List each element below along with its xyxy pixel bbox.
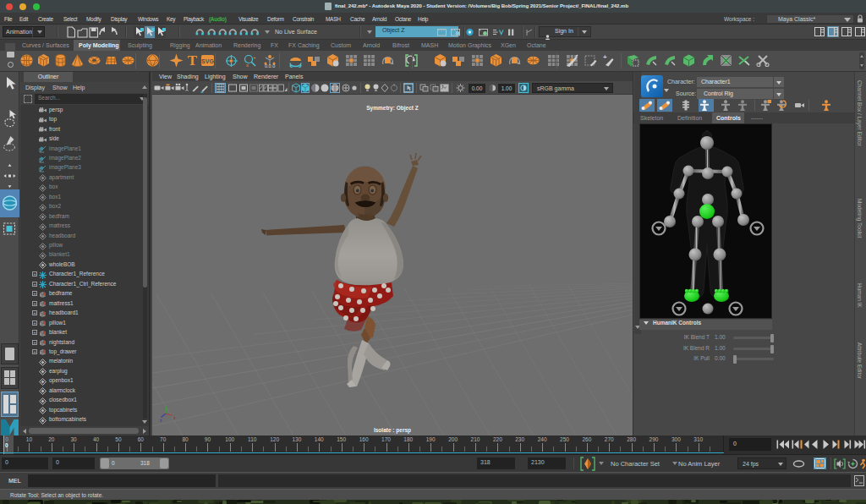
svg-text:x: x xyxy=(173,415,176,420)
svg-text:SVG: SVG xyxy=(201,58,214,64)
svg-text:T: T xyxy=(188,53,198,68)
svg-text:z: z xyxy=(160,418,162,423)
svg-text:0.0.0: 0.0.0 xyxy=(265,63,275,68)
svg-text:+: + xyxy=(603,53,607,61)
svg-text:+: + xyxy=(253,55,256,60)
svg-text:x: x xyxy=(246,63,249,68)
